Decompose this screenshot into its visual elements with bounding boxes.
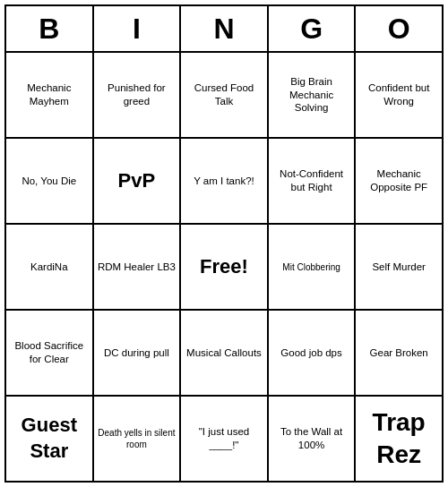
header-letter: B: [6, 6, 94, 51]
bingo-cell: Mit Clobbering: [269, 225, 357, 309]
bingo-cell: Gear Broken: [356, 311, 442, 395]
bingo-cell: KardiNa: [6, 225, 94, 309]
bingo-cell: Cursed Food Talk: [181, 53, 269, 137]
bingo-cell: RDM Healer LB3: [94, 225, 182, 309]
header-letter: G: [269, 6, 357, 51]
bingo-card: BINGO Mechanic MayhemPunished for greedC…: [4, 4, 444, 483]
bingo-cell: Not-Confident but Right: [269, 139, 357, 223]
bingo-header: BINGO: [6, 6, 442, 53]
bingo-cell: Musical Callouts: [181, 311, 269, 395]
bingo-cell: Guest Star: [6, 397, 94, 481]
bingo-cell: Good job dps: [269, 311, 357, 395]
bingo-cell: Y am I tank?!: [181, 139, 269, 223]
bingo-row: Mechanic MayhemPunished for greedCursed …: [6, 53, 442, 139]
header-letter: I: [94, 6, 182, 51]
bingo-cell: DC during pull: [94, 311, 182, 395]
bingo-cell: "I just used ____!": [181, 397, 269, 481]
header-letter: N: [181, 6, 269, 51]
bingo-row: No, You DiePvPY am I tank?!Not-Confident…: [6, 139, 442, 225]
bingo-cell: Free!: [181, 225, 269, 309]
bingo-row: KardiNaRDM Healer LB3Free!Mit Clobbering…: [6, 225, 442, 311]
bingo-cell: To the Wall at 100%: [269, 397, 357, 481]
bingo-cell: Punished for greed: [94, 53, 182, 137]
bingo-cell: Self Murder: [356, 225, 442, 309]
bingo-cell: Mechanic Mayhem: [6, 53, 94, 137]
bingo-cell: Big Brain Mechanic Solving: [269, 53, 357, 137]
bingo-cell: Confident but Wrong: [356, 53, 442, 137]
bingo-grid: Mechanic MayhemPunished for greedCursed …: [6, 53, 442, 481]
header-letter: O: [356, 6, 442, 51]
bingo-cell: Trap Rez: [356, 397, 442, 481]
bingo-cell: Mechanic Opposite PF: [356, 139, 442, 223]
bingo-cell: Blood Sacrifice for Clear: [6, 311, 94, 395]
bingo-cell: Death yells in silent room: [94, 397, 182, 481]
bingo-cell: No, You Die: [6, 139, 94, 223]
bingo-cell: PvP: [94, 139, 182, 223]
bingo-row: Blood Sacrifice for ClearDC during pullM…: [6, 311, 442, 397]
bingo-row: Guest StarDeath yells in silent room"I j…: [6, 397, 442, 481]
